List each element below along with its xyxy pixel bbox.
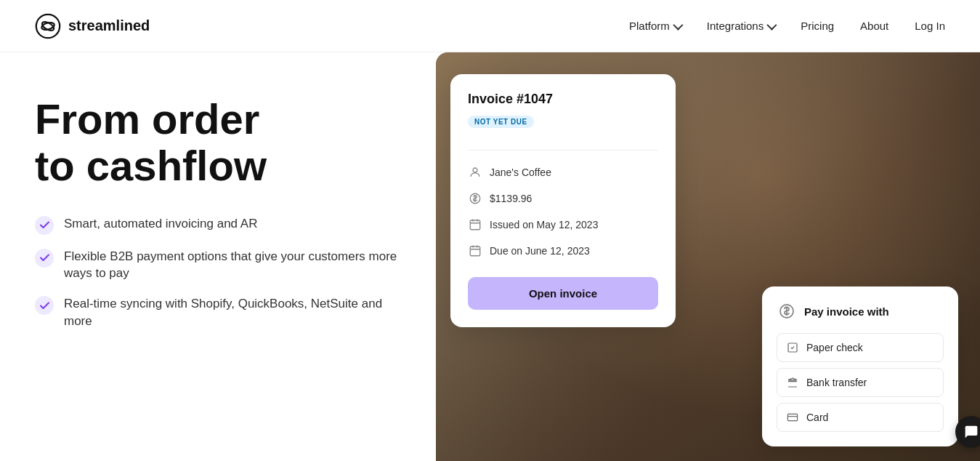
main-content: From order to cashflow Smart, automated … [0,52,980,461]
chevron-down-icon [673,20,683,30]
check-badge [35,216,54,235]
invoice-customer-row: Jane's Coffee [468,159,658,185]
navbar: streamlined Platform Integrations Pricin… [0,0,980,52]
feature-item: Real-time syncing with Shopify, QuickBoo… [35,295,401,330]
chevron-down-icon [767,20,777,30]
pay-invoice-card: Pay invoice with Paper check Bank transf… [762,286,958,446]
invoice-amount-row: $1139.96 [468,185,658,212]
nav-links: Platform Integrations Pricing About Log … [629,20,945,32]
card-icon [786,411,799,424]
nav-about[interactable]: About [860,20,888,32]
svg-point-3 [473,168,477,172]
svg-rect-6 [470,246,480,256]
hero-section: From order to cashflow Smart, automated … [0,52,436,461]
login-button[interactable]: Log In [915,20,945,32]
dollar-icon [468,191,482,206]
svg-rect-5 [470,220,480,230]
invoice-due-row: Due on June 12, 2023 [468,238,658,264]
divider [468,150,658,151]
pay-option-bank-transfer[interactable]: Bank transfer [777,368,944,397]
pay-option-paper-check[interactable]: Paper check [777,333,944,362]
logo[interactable]: streamlined [35,13,150,39]
open-invoice-button[interactable]: Open invoice [468,277,658,310]
invoice-issued-row: Issued on May 12, 2023 [468,212,658,238]
check-badge [35,296,54,315]
nav-platform[interactable]: Platform [629,20,681,32]
paper-check-icon [786,341,799,354]
hero-visual: Invoice #1047 NOT YET DUE Jane's Coffee … [436,52,980,461]
check-badge [35,249,54,268]
invoice-title: Invoice #1047 [468,92,658,107]
invoice-status-badge: NOT YET DUE [468,116,534,128]
logo-text: streamlined [68,17,150,34]
calendar-icon [468,217,482,232]
svg-rect-9 [787,414,797,420]
pay-card-title: Pay invoice with [804,305,889,318]
person-icon [468,165,482,180]
hero-headline: From order to cashflow [35,96,401,189]
dollar-circle-icon [777,301,797,321]
svg-point-0 [36,14,60,37]
pay-card-header: Pay invoice with [777,301,944,321]
pay-option-card[interactable]: Card [777,403,944,432]
svg-point-2 [41,20,55,32]
nav-integrations[interactable]: Integrations [707,20,774,32]
calendar-icon [468,244,482,258]
bank-icon [786,376,799,389]
nav-pricing[interactable]: Pricing [801,20,834,32]
feature-item: Smart, automated invoicing and AR [35,215,401,235]
feature-item: Flexible B2B payment options that give y… [35,248,401,283]
invoice-card: Invoice #1047 NOT YET DUE Jane's Coffee … [450,74,676,327]
features-list: Smart, automated invoicing and AR Flexib… [35,215,401,330]
